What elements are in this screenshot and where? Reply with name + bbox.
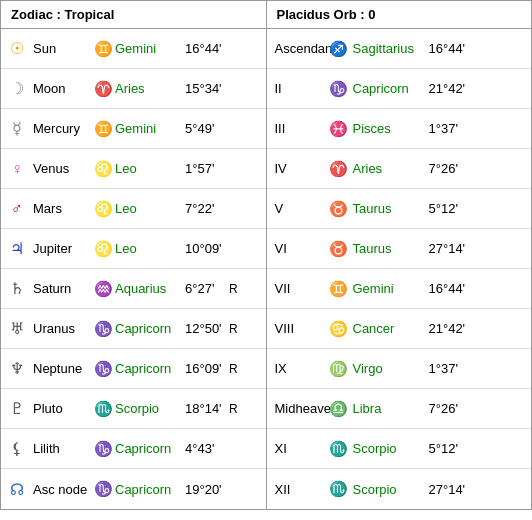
house-degree-midheaven: 7°26': [429, 401, 473, 416]
house-name-viii: VIII: [267, 321, 325, 336]
house-sign-name-iii: Pisces: [353, 121, 429, 136]
planet-name-venus: Venus: [33, 161, 91, 176]
planet-degree-sun: 16°44': [185, 41, 229, 56]
house-name-iii: III: [267, 121, 325, 136]
house-degree-vii: 16°44': [429, 281, 473, 296]
planet-name-lilith: Lilith: [33, 441, 91, 456]
house-sign-symbol-vii: ♊: [325, 280, 353, 298]
planet-retro-neptune: R: [229, 362, 245, 376]
house-row-v: V ♉ Taurus 5°12': [267, 189, 532, 229]
planet-name-ascnode: Asc node: [33, 482, 91, 497]
planet-name-mars: Mars: [33, 201, 91, 216]
planet-symbol-mars: ♂: [1, 200, 33, 218]
planet-sign-name-uranus: Capricorn: [115, 321, 185, 336]
planet-name-jupiter: Jupiter: [33, 241, 91, 256]
house-name-ii: II: [267, 81, 325, 96]
house-degree-v: 5°12': [429, 201, 473, 216]
planet-retro-saturn: R: [229, 282, 245, 296]
house-sign-symbol-v: ♉: [325, 200, 353, 218]
house-name-vii: VII: [267, 281, 325, 296]
house-name-xi: XI: [267, 441, 325, 456]
planet-row-jupiter: ♃ Jupiter ♌ Leo 10°09': [1, 229, 266, 269]
planet-symbol-sun: ☉: [1, 39, 33, 58]
house-row-viii: VIII ♋ Cancer 21°42': [267, 309, 532, 349]
left-panel: ☉ Sun ♊ Gemini 16°44' ☽ Moon ♈ Aries 15°…: [1, 29, 267, 509]
house-sign-symbol-xi: ♏: [325, 440, 353, 458]
house-degree-viii: 21°42': [429, 321, 473, 336]
house-row-iii: III ♓ Pisces 1°37': [267, 109, 532, 149]
planet-symbol-neptune: ♆: [1, 359, 33, 378]
house-sign-symbol-vi: ♉: [325, 240, 353, 258]
planet-sign-name-venus: Leo: [115, 161, 185, 176]
header-zodiac: Zodiac : Tropical: [1, 1, 267, 28]
planet-row-lilith: ⚸ Lilith ♑ Capricorn 4°43': [1, 429, 266, 469]
house-name-midheaven: Midheaven: [267, 401, 325, 416]
house-row-xi: XI ♏ Scorpio 5°12': [267, 429, 532, 469]
house-name-ix: IX: [267, 361, 325, 376]
planet-sign-name-pluto: Scorpio: [115, 401, 185, 416]
house-degree-iv: 7°26': [429, 161, 473, 176]
house-degree-iii: 1°37': [429, 121, 473, 136]
house-name-ascendant: Ascendant: [267, 41, 325, 56]
house-row-iv: IV ♈ Aries 7°26': [267, 149, 532, 189]
house-sign-symbol-ii: ♑: [325, 80, 353, 98]
planet-sign-symbol-mercury: ♊: [91, 120, 115, 138]
planet-symbol-mercury: ☿: [1, 119, 33, 138]
planet-symbol-jupiter: ♃: [1, 239, 33, 258]
planet-name-pluto: Pluto: [33, 401, 91, 416]
planet-degree-lilith: 4°43': [185, 441, 229, 456]
house-sign-symbol-ix: ♍: [325, 360, 353, 378]
house-sign-symbol-iii: ♓: [325, 120, 353, 138]
planet-sign-symbol-lilith: ♑: [91, 440, 115, 458]
planet-name-neptune: Neptune: [33, 361, 91, 376]
planet-sign-name-moon: Aries: [115, 81, 185, 96]
planet-degree-neptune: 16°09': [185, 361, 229, 376]
planet-sign-name-sun: Gemini: [115, 41, 185, 56]
main-container: Zodiac : Tropical Placidus Orb : 0 ☉ Sun…: [0, 0, 532, 510]
planet-retro-pluto: R: [229, 402, 245, 416]
house-row-ascendant: Ascendant ♐ Sagittarius 16°44': [267, 29, 532, 69]
planet-symbol-venus: ♀: [1, 160, 33, 178]
planet-degree-venus: 1°57': [185, 161, 229, 176]
planet-symbol-saturn: ♄: [1, 279, 33, 298]
house-sign-symbol-viii: ♋: [325, 320, 353, 338]
house-name-iv: IV: [267, 161, 325, 176]
planet-retro-uranus: R: [229, 322, 245, 336]
planet-degree-jupiter: 10°09': [185, 241, 229, 256]
house-sign-name-midheaven: Libra: [353, 401, 429, 416]
planet-sign-symbol-saturn: ♒: [91, 280, 115, 298]
planet-degree-mars: 7°22': [185, 201, 229, 216]
house-row-vi: VI ♉ Taurus 27°14': [267, 229, 532, 269]
planet-row-saturn: ♄ Saturn ♒ Aquarius 6°27' R: [1, 269, 266, 309]
planet-name-moon: Moon: [33, 81, 91, 96]
house-sign-name-ii: Capricorn: [353, 81, 429, 96]
planet-symbol-uranus: ♅: [1, 319, 33, 338]
house-row-vii: VII ♊ Gemini 16°44': [267, 269, 532, 309]
planet-sign-symbol-neptune: ♑: [91, 360, 115, 378]
house-sign-name-ascendant: Sagittarius: [353, 41, 429, 56]
planet-sign-symbol-venus: ♌: [91, 160, 115, 178]
house-sign-symbol-midheaven: ♎: [325, 400, 353, 418]
planet-row-moon: ☽ Moon ♈ Aries 15°34': [1, 69, 266, 109]
planet-sign-name-ascnode: Capricorn: [115, 482, 185, 497]
planet-sign-symbol-mars: ♌: [91, 200, 115, 218]
planet-sign-name-jupiter: Leo: [115, 241, 185, 256]
planet-sign-name-saturn: Aquarius: [115, 281, 185, 296]
planet-sign-symbol-jupiter: ♌: [91, 240, 115, 258]
house-sign-name-v: Taurus: [353, 201, 429, 216]
house-name-xii: XII: [267, 482, 325, 497]
planet-row-mercury: ☿ Mercury ♊ Gemini 5°49': [1, 109, 266, 149]
planet-row-neptune: ♆ Neptune ♑ Capricorn 16°09' R: [1, 349, 266, 389]
planet-symbol-lilith: ⚸: [1, 439, 33, 458]
house-row-ii: II ♑ Capricorn 21°42': [267, 69, 532, 109]
house-sign-name-iv: Aries: [353, 161, 429, 176]
planet-row-mars: ♂ Mars ♌ Leo 7°22': [1, 189, 266, 229]
house-degree-ii: 21°42': [429, 81, 473, 96]
planet-name-mercury: Mercury: [33, 121, 91, 136]
planet-row-uranus: ♅ Uranus ♑ Capricorn 12°50' R: [1, 309, 266, 349]
house-sign-name-xi: Scorpio: [353, 441, 429, 456]
house-sign-name-xii: Scorpio: [353, 482, 429, 497]
planet-symbol-ascnode: ☊: [1, 480, 33, 499]
house-name-vi: VI: [267, 241, 325, 256]
house-degree-xi: 5°12': [429, 441, 473, 456]
